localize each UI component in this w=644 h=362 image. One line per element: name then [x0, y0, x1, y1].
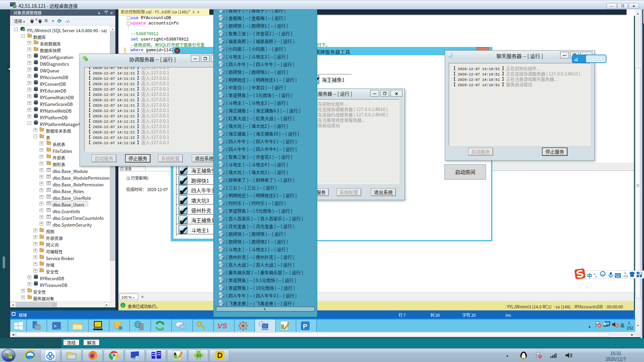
svg-text:P: P — [303, 323, 307, 330]
svg-text:10: 10 — [626, 275, 628, 278]
svg-text:程序: 程序 — [197, 354, 202, 357]
svg-text:VS: VS — [217, 322, 227, 330]
svg-text:>_: >_ — [54, 323, 60, 329]
